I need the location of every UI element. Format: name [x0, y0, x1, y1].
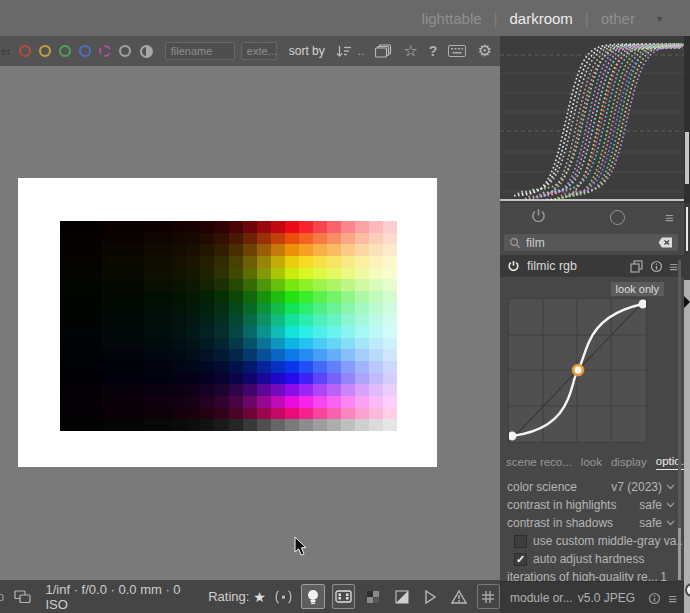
- histogram-scope[interactable]: [500, 36, 684, 203]
- search-input-value[interactable]: film: [526, 236, 658, 250]
- panel-expander-arrow-icon[interactable]: [684, 296, 690, 308]
- chevron-down-icon[interactable]: ▾: [657, 13, 662, 24]
- truncated-filter-label: er: [1, 45, 11, 57]
- search-icon: [509, 237, 521, 249]
- focus-peaking-icon[interactable]: [273, 585, 295, 608]
- setting-label: color science: [507, 480, 611, 494]
- grouping-icon[interactable]: [375, 44, 392, 58]
- truncated-text-fragment: o: [0, 589, 4, 604]
- rating-star-icon[interactable]: ★: [253, 589, 266, 605]
- ellipsis-icon[interactable]: ‥: [358, 46, 365, 57]
- right-edge-strip: [684, 203, 690, 280]
- scroll-thumb[interactable]: [685, 132, 689, 184]
- color-label-blue[interactable]: [79, 45, 91, 57]
- chevron-down-icon: [666, 520, 675, 526]
- filmic-module-header[interactable]: filmic rgb ≡: [500, 255, 684, 277]
- sort-order-icon[interactable]: [336, 45, 352, 58]
- module-order-label: module or...: [510, 591, 573, 605]
- power-icon[interactable]: [530, 208, 547, 228]
- raw-overexposed-icon[interactable]: [301, 584, 325, 609]
- panel-collapse-strip[interactable]: [684, 280, 690, 613]
- module-presets-menu-icon[interactable]: ≡: [669, 258, 677, 275]
- scroll-thumb[interactable]: [686, 207, 688, 251]
- panel-scrollbar-track[interactable]: [678, 260, 681, 570]
- scope-controls: ≡: [500, 203, 684, 232]
- diagonal-split-icon[interactable]: [391, 585, 413, 608]
- tab-lighttable[interactable]: lighttable: [422, 10, 482, 27]
- filename-filter-input[interactable]: filename: [165, 42, 235, 60]
- setting-custom-middle-gray[interactable]: use custom middle-gray va...: [514, 533, 682, 549]
- clear-search-icon[interactable]: [658, 237, 673, 248]
- hamburger-menu-icon[interactable]: ≡: [665, 209, 673, 226]
- darktable-window: lighttable | darkroom | other ▾ er filen…: [0, 0, 690, 613]
- second-window-icon[interactable]: [14, 590, 31, 604]
- image-canvas[interactable]: [18, 178, 437, 467]
- module-order-footer[interactable]: module or... v5.0 JPEG ≡: [500, 581, 684, 613]
- checkbox-unchecked[interactable]: [514, 535, 527, 548]
- curve-white-node[interactable]: [639, 300, 647, 309]
- clipping-warning-icon[interactable]: [332, 584, 356, 609]
- curve-black-node[interactable]: [509, 432, 517, 441]
- setting-auto-adjust-hardness[interactable]: ✓ auto adjust hardness: [514, 551, 682, 567]
- hamburger-menu-icon[interactable]: ≡: [668, 590, 676, 607]
- color-label-purple[interactable]: [99, 45, 111, 57]
- tab-darkroom[interactable]: darkroom: [510, 10, 573, 27]
- gamut-check-icon[interactable]: [448, 585, 470, 608]
- setting-value: safe: [639, 516, 662, 530]
- tab-other[interactable]: other: [601, 10, 635, 27]
- top-bar: lighttable | darkroom | other ▾: [0, 0, 690, 36]
- partial-button-icon[interactable]: [685, 583, 690, 597]
- color-label-gray[interactable]: [119, 45, 131, 57]
- checkbox-checked[interactable]: ✓: [514, 553, 527, 566]
- right-panel: ≡ film filmic rgb ≡ look only: [500, 203, 684, 613]
- softproof-icon[interactable]: [420, 585, 442, 608]
- setting-color-science[interactable]: color science v7 (2023): [507, 479, 675, 495]
- setting-value: safe: [639, 498, 662, 512]
- star-filter-icon[interactable]: ☆: [403, 43, 417, 59]
- info-icon[interactable]: [648, 592, 661, 605]
- filmic-tabs: scene reco... look display optio...: [506, 453, 678, 470]
- filter-toolbar: er filename exte... sort by ‥ ☆ ? ⚙: [0, 36, 500, 66]
- rating-label: Rating:: [208, 589, 249, 604]
- right-edge-scroll-track[interactable]: [684, 36, 690, 203]
- tab-separator: |: [494, 10, 498, 27]
- setting-value: v7 (2023): [611, 480, 662, 494]
- setting-contrast-highlights[interactable]: contrast in highlights safe: [507, 497, 675, 513]
- chevron-down-icon: [666, 502, 675, 508]
- tab-scene[interactable]: scene reco...: [506, 456, 572, 470]
- exif-summary: 1/inf · f/0.0 · 0.0 mm · 0 ISO: [45, 582, 196, 612]
- help-icon[interactable]: ?: [429, 43, 438, 59]
- keyboard-shortcuts-icon[interactable]: [448, 45, 466, 57]
- extension-filter-input[interactable]: exte...: [241, 42, 277, 60]
- setting-label: contrast in shadows: [507, 516, 639, 530]
- color-label-green[interactable]: [59, 45, 71, 57]
- setting-label: auto adjust hardness: [533, 552, 682, 566]
- filmic-curve-graph[interactable]: [508, 298, 647, 443]
- color-label-red[interactable]: [19, 45, 31, 57]
- curve-gray-node[interactable]: [573, 365, 583, 375]
- module-power-icon[interactable]: [507, 260, 520, 273]
- guides-grid-icon[interactable]: [477, 584, 501, 609]
- setting-contrast-shadows[interactable]: contrast in shadows safe: [507, 515, 675, 531]
- mouse-cursor: [294, 537, 308, 557]
- setting-label: contrast in highlights: [507, 498, 639, 512]
- status-bar: o 1/inf · f/0.0 · 0.0 mm · 0 ISO Rating:…: [0, 580, 500, 613]
- tab-look[interactable]: look: [581, 456, 602, 470]
- reset-info-icon[interactable]: [650, 260, 663, 273]
- module-title: filmic rgb: [527, 259, 630, 273]
- multi-instance-icon[interactable]: [630, 260, 643, 273]
- look-only-chip: look only: [611, 282, 664, 296]
- circle-mode-icon[interactable]: [610, 210, 625, 225]
- checkerboard-icon[interactable]: [362, 585, 384, 608]
- panel-scrollbar-thumb[interactable]: [678, 528, 681, 580]
- color-label-toggle-icon[interactable]: [140, 45, 153, 58]
- view-switcher: lighttable | darkroom | other ▾: [422, 0, 662, 36]
- chevron-down-icon: [666, 484, 675, 490]
- module-order-value: v5.0 JPEG: [578, 591, 649, 605]
- tab-display[interactable]: display: [611, 456, 647, 470]
- module-search-box[interactable]: film: [504, 234, 678, 251]
- color-label-yellow[interactable]: [39, 45, 51, 57]
- preferences-gear-icon[interactable]: ⚙: [477, 43, 491, 59]
- sort-by-label: sort by: [289, 44, 325, 58]
- tab-separator: |: [585, 10, 589, 27]
